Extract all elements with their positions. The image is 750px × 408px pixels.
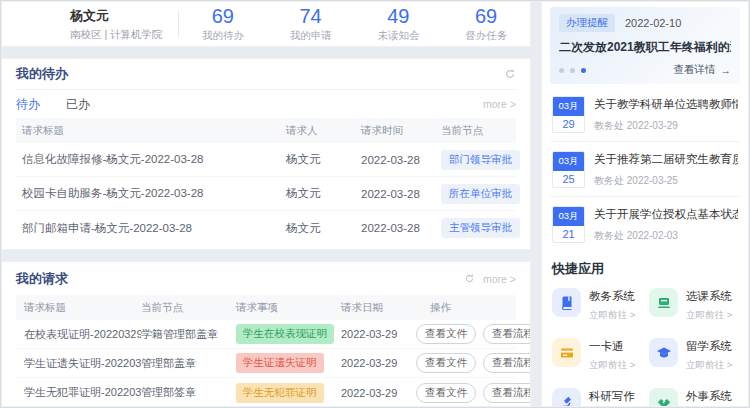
carousel-dot[interactable] xyxy=(559,68,564,73)
todo-more-link[interactable]: more > xyxy=(483,98,516,110)
column-header: 请求事项 xyxy=(236,301,341,315)
stat-label: 我的待办 xyxy=(179,29,267,43)
reminder-title[interactable]: 二次发放2021教职工年终福利的通知 xyxy=(559,39,731,56)
table-row[interactable]: 在校表现证明-20220329 学籍管理部盖章 学生在校表现证明 2022-03… xyxy=(16,320,516,349)
app-jiaowu-system[interactable]: 教务系统 立即前往 > xyxy=(552,288,641,322)
request-title: 学生证遗失证明-20220329 xyxy=(16,356,141,371)
column-header: 请求时间 xyxy=(361,124,441,138)
stat-label: 我的申请 xyxy=(267,29,355,43)
request-time: 2022-03-28 xyxy=(361,188,441,200)
table-row[interactable]: 校园卡自助服务-杨文元-2022-03-28 杨文元 2022-03-28 所在… xyxy=(16,177,516,211)
stat-value: 74 xyxy=(267,5,355,28)
current-node-badge: 所在单位审批 xyxy=(441,184,520,204)
stat-label: 未读知会 xyxy=(355,29,443,43)
todo-tabs: 待办 已办 more > xyxy=(16,90,516,118)
view-flow-button[interactable]: 查看流程 xyxy=(483,383,531,403)
requester: 杨文元 xyxy=(286,221,361,236)
stat-supervised-tasks[interactable]: 69 督办任务 xyxy=(442,5,530,43)
current-node-badge: 主管领导审批 xyxy=(441,218,520,238)
table-row[interactable]: 部门邮箱申请-杨文元-2022-03-28 杨文元 2022-03-28 主管领… xyxy=(16,211,516,245)
column-header: 请求标题 xyxy=(16,124,286,138)
requester: 杨文元 xyxy=(286,186,361,201)
app-waishi-system[interactable]: 外事系统 立即前往 > xyxy=(649,388,738,407)
reminder-badge: 办理提醒 xyxy=(559,14,615,32)
column-header: 当前节点 xyxy=(441,124,516,138)
request-panel-title: 我的请求 xyxy=(16,270,68,288)
request-more-link[interactable]: more > xyxy=(483,273,516,285)
request-title: 学生无犯罪证明-20220329 xyxy=(16,385,141,400)
app-yikatong[interactable]: 一卡通 立即前往 > xyxy=(552,338,641,372)
request-title: 校园卡自助服务-杨文元-2022-03-28 xyxy=(16,186,286,201)
request-time: 2022-03-28 xyxy=(361,222,441,234)
notice-meta: 教务处 2022-03-29 xyxy=(594,119,738,133)
notice-sidebar: 办理提醒 2022-02-10 二次发放2021教职工年终福利的通知 查看详情 … xyxy=(541,1,749,407)
go-link[interactable]: 立即前往 > xyxy=(686,309,732,322)
current-node: 管理部签章 xyxy=(141,385,236,400)
refresh-icon[interactable] xyxy=(504,68,516,80)
user-organization: 南校区 | 计算机学院 xyxy=(70,28,178,42)
go-link[interactable]: 立即前往 > xyxy=(589,309,635,322)
carousel-dot-active[interactable] xyxy=(581,68,586,73)
microscope-icon xyxy=(552,388,581,407)
request-panel-header: 我的请求 more > xyxy=(16,262,516,295)
current-node-badge: 部门领导审批 xyxy=(441,150,520,170)
view-flow-button[interactable]: 查看流程 xyxy=(483,353,531,373)
request-title: 在校表现证明-20220329 xyxy=(16,327,141,342)
column-header: 请求标题 xyxy=(16,301,141,315)
carousel-dots xyxy=(559,68,586,73)
request-item-badge: 学生无犯罪证明 xyxy=(236,383,324,403)
reminder-date: 2022-02-10 xyxy=(625,17,681,29)
request-date: 2022-03-29 xyxy=(341,357,416,369)
quick-apps-title: 快捷应用 xyxy=(552,260,738,278)
left-column: 杨文元 南校区 | 计算机学院 69 我的待办 74 我的申请 49 未读知会 xyxy=(1,1,531,407)
view-file-button[interactable]: 查看文件 xyxy=(416,324,476,344)
notice-list: 03月 29 关于教学科研单位选聘教师情况的公示 教务处 2022-03-29 … xyxy=(550,87,740,251)
user-name: 杨文元 xyxy=(70,7,178,25)
quick-apps-grid: 教务系统 立即前往 > 选课系统 立即前往 > 一卡通 xyxy=(550,288,740,407)
carousel-dot[interactable] xyxy=(570,68,575,73)
list-item[interactable]: 03月 29 关于教学科研单位选聘教师情况的公示 教务处 2022-03-29 xyxy=(550,87,740,142)
view-file-button[interactable]: 查看文件 xyxy=(416,383,476,403)
tab-done[interactable]: 已办 xyxy=(66,96,90,113)
dashboard-page: 杨文元 南校区 | 计算机学院 69 我的待办 74 我的申请 49 未读知会 xyxy=(0,0,750,408)
go-link[interactable]: 立即前往 > xyxy=(686,359,732,372)
user-info: 杨文元 南校区 | 计算机学院 xyxy=(70,7,178,42)
go-link[interactable]: 立即前往 > xyxy=(589,359,635,372)
notice-meta: 教务处 2022-03-25 xyxy=(594,174,738,188)
date-badge: 03月 29 xyxy=(552,96,585,133)
card-icon xyxy=(552,338,581,367)
book-icon xyxy=(552,288,581,317)
notice-meta: 教务处 2022-02-03 xyxy=(594,229,738,243)
request-table-header: 请求标题 当前节点 请求事项 请求日期 操作 xyxy=(16,295,516,320)
tab-pending[interactable]: 待办 xyxy=(16,96,40,113)
stat-my-todo[interactable]: 69 我的待办 xyxy=(179,5,267,43)
app-xuanke-system[interactable]: 选课系统 立即前往 > xyxy=(649,288,738,322)
graduation-cap-icon xyxy=(649,338,678,367)
arrow-right-icon: → xyxy=(721,64,732,76)
stat-unread-notices[interactable]: 49 未读知会 xyxy=(355,5,443,43)
stats-bar: 69 我的待办 74 我的申请 49 未读知会 69 督办任务 xyxy=(179,5,530,43)
stat-value: 69 xyxy=(179,5,267,28)
request-title: 部门邮箱申请-杨文元-2022-03-28 xyxy=(16,221,286,236)
table-row[interactable]: 学生无犯罪证明-20220329 管理部签章 学生无犯罪证明 2022-03-2… xyxy=(16,378,516,407)
stat-my-applications[interactable]: 74 我的申请 xyxy=(267,5,355,43)
view-file-button[interactable]: 查看文件 xyxy=(416,353,476,373)
todo-panel-title: 我的待办 xyxy=(16,65,68,83)
table-row[interactable]: 信息化故障报修-杨文元-2022-03-28 杨文元 2022-03-28 部门… xyxy=(16,143,516,177)
refresh-icon[interactable] xyxy=(464,273,475,284)
list-item[interactable]: 03月 25 关于推荐第二届研究生教育质量督导组成员的... 教务处 2022-… xyxy=(550,142,740,197)
request-date: 2022-03-29 xyxy=(341,328,416,340)
table-row[interactable]: 学生证遗失证明-20220329 管理部盖章 学生证遗失证明 2022-03-2… xyxy=(16,349,516,378)
stat-value: 69 xyxy=(442,5,530,28)
app-liuxue-system[interactable]: 留学系统 立即前往 > xyxy=(649,338,738,372)
view-flow-button[interactable]: 查看流程 xyxy=(483,324,531,344)
view-detail-link[interactable]: 查看详情 → xyxy=(674,63,732,77)
request-panel: 我的请求 more > 请求标题 当前节点 请求事项 请求日期 操作 在校表现证… xyxy=(1,261,531,407)
request-item-badge: 学生在校表现证明 xyxy=(236,324,334,344)
todo-panel-header: 我的待办 xyxy=(16,59,516,90)
notice-title: 关于推荐第二届研究生教育质量督导组成员的... xyxy=(594,152,738,167)
date-badge: 03月 21 xyxy=(552,206,585,243)
notice-title: 关于教学科研单位选聘教师情况的公示 xyxy=(594,97,738,112)
app-keyan-writing[interactable]: 科研写作 立即前往 > xyxy=(552,388,641,407)
list-item[interactable]: 03月 21 关于开展学位授权点基本状态信息填报工作的... 教务处 2022-… xyxy=(550,197,740,251)
